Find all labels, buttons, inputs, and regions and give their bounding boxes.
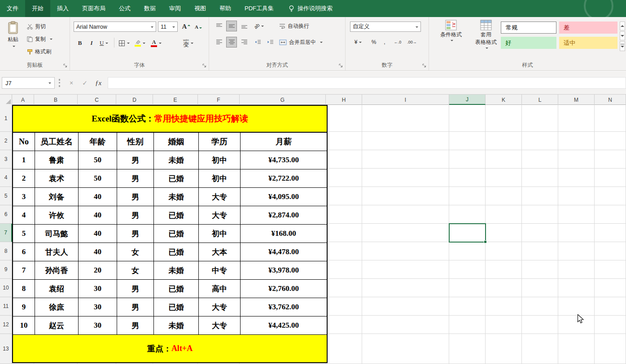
ribbon-tab-帮助[interactable]: 帮助: [213, 0, 238, 17]
formula-input[interactable]: [108, 77, 626, 89]
row-header-6[interactable]: 6: [0, 205, 12, 224]
cell-L9[interactable]: [522, 260, 558, 279]
cell-J9[interactable]: [449, 260, 486, 279]
column-header-I[interactable]: I: [362, 95, 449, 105]
align-bottom-button[interactable]: [239, 21, 250, 31]
cell-N6[interactable]: [595, 205, 626, 224]
table-cell[interactable]: 30: [79, 298, 117, 316]
cell-N10[interactable]: [595, 279, 626, 297]
table-cell[interactable]: 大专: [199, 298, 241, 316]
percent-style-button[interactable]: %: [369, 37, 379, 48]
table-cell[interactable]: ¥4,425.00: [241, 316, 327, 335]
cell-I1[interactable]: [362, 105, 449, 132]
table-cell[interactable]: 40: [79, 206, 117, 225]
select-all-corner[interactable]: [0, 95, 12, 105]
table-cell[interactable]: ¥3,762.00: [241, 298, 327, 316]
row-header-12[interactable]: 12: [0, 316, 12, 334]
table-cell[interactable]: 男: [117, 206, 154, 225]
table-cell[interactable]: 已婚: [154, 243, 199, 261]
cell-M10[interactable]: [558, 279, 595, 297]
table-cell[interactable]: 40: [79, 188, 117, 206]
cell-style-normal[interactable]: 常规: [501, 22, 556, 34]
ribbon-tab-开始[interactable]: 开始: [25, 0, 50, 17]
dialog-launcher-icon[interactable]: [421, 63, 427, 69]
cell-J6[interactable]: [449, 205, 486, 224]
row-header-8[interactable]: 8: [0, 242, 12, 260]
copy-button[interactable]: 复制: [25, 34, 54, 44]
cell-H4[interactable]: [326, 169, 362, 187]
cell-N2[interactable]: [595, 132, 626, 150]
cell-N11[interactable]: [595, 297, 626, 316]
dialog-launcher-icon[interactable]: [62, 63, 68, 69]
table-cell[interactable]: 孙尚香: [35, 261, 79, 280]
cell-I10[interactable]: [362, 279, 449, 297]
column-header-B[interactable]: B: [34, 95, 78, 105]
table-cell[interactable]: 10: [13, 316, 35, 335]
cell-H12[interactable]: [326, 316, 362, 334]
table-header-cell[interactable]: 婚姻: [154, 133, 199, 151]
table-cell[interactable]: ¥2,874.00: [241, 206, 327, 225]
cell-L11[interactable]: [522, 297, 558, 316]
cell-I9[interactable]: [362, 260, 449, 279]
cell-M2[interactable]: [558, 132, 595, 150]
table-cell[interactable]: 男: [117, 298, 154, 316]
table-cell[interactable]: 初中: [199, 151, 241, 169]
table-cell[interactable]: 30: [79, 280, 117, 298]
cell-N13[interactable]: [595, 334, 626, 364]
ribbon-tab-视图[interactable]: 视图: [188, 0, 213, 17]
table-cell[interactable]: 20: [79, 261, 117, 280]
cell-L10[interactable]: [522, 279, 558, 297]
cut-button[interactable]: 剪切: [25, 21, 48, 32]
ribbon-tab-公式[interactable]: 公式: [112, 0, 137, 17]
gallery-expand-button[interactable]: [620, 41, 625, 51]
cell-J1[interactable]: [449, 105, 486, 132]
table-cell[interactable]: 50: [79, 169, 117, 188]
column-header-L[interactable]: L: [522, 95, 558, 105]
cell-K7[interactable]: [486, 224, 522, 242]
tell-me-search[interactable]: 操作说明搜索: [289, 0, 333, 17]
table-cell[interactable]: 大本: [199, 243, 241, 261]
table-cell[interactable]: 8: [13, 280, 35, 298]
italic-button[interactable]: I: [86, 38, 97, 48]
cell-H8[interactable]: [326, 242, 362, 260]
cell-J11[interactable]: [449, 297, 486, 316]
dialog-launcher-icon[interactable]: [201, 63, 207, 69]
table-cell[interactable]: 女: [117, 243, 154, 261]
cell-N12[interactable]: [595, 316, 626, 334]
table-cell[interactable]: 已婚: [154, 280, 199, 298]
name-box[interactable]: J7: [2, 77, 55, 89]
cell-M12[interactable]: [558, 316, 595, 334]
cell-H9[interactable]: [326, 260, 362, 279]
ribbon-tab-审阅[interactable]: 审阅: [162, 0, 188, 17]
align-middle-button[interactable]: [226, 21, 237, 31]
cell-L13[interactable]: [522, 334, 558, 364]
table-cell[interactable]: 中专: [199, 261, 241, 280]
cell-style-neutral[interactable]: 适中: [559, 37, 617, 49]
table-cell[interactable]: 大专: [199, 316, 241, 335]
table-header-cell[interactable]: No: [13, 133, 35, 151]
cell-I12[interactable]: [362, 316, 449, 334]
table-cell[interactable]: ¥4,478.00: [241, 243, 327, 261]
row-header-5[interactable]: 5: [0, 187, 12, 205]
table-header-cell[interactable]: 月薪: [241, 133, 327, 151]
cell-J3[interactable]: [449, 150, 486, 169]
cell-I6[interactable]: [362, 205, 449, 224]
table-cell[interactable]: 2: [13, 169, 35, 188]
table-cell[interactable]: 已婚: [154, 298, 199, 316]
column-header-H[interactable]: H: [326, 95, 362, 105]
row-header-1[interactable]: 1: [0, 105, 12, 132]
cell-L2[interactable]: [522, 132, 558, 150]
table-header-cell[interactable]: 员工姓名: [35, 133, 79, 151]
formula-bar-separator[interactable]: [59, 79, 60, 87]
table-cell[interactable]: 初中: [199, 225, 241, 243]
cell-J10[interactable]: [449, 279, 486, 297]
table-cell[interactable]: 7: [13, 261, 35, 280]
cell-L7[interactable]: [522, 224, 558, 242]
cell-H6[interactable]: [326, 205, 362, 224]
phonetic-button[interactable]: wén变: [181, 37, 195, 49]
cell-I7[interactable]: [362, 224, 449, 242]
table-cell[interactable]: 高中: [199, 280, 241, 298]
table-cell[interactable]: 司马懿: [35, 225, 79, 243]
increase-indent-button[interactable]: [265, 37, 276, 48]
increase-decimal-button[interactable]: ←.0: [391, 37, 404, 48]
